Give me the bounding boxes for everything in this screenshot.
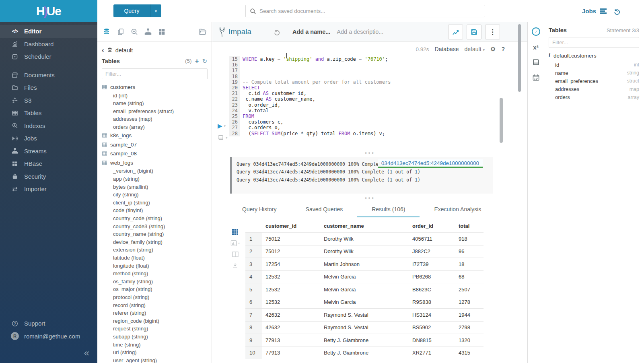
info-icon[interactable]: i [549,52,550,59]
code-line[interactable]: -- Compute total amount per order for al… [243,79,391,85]
column-list-item[interactable]: region_code (bigint) [102,317,212,325]
back-chevron-icon[interactable]: ‹ [102,47,104,54]
columns-view-icon[interactable] [232,252,239,257]
table-row[interactable]: 1077913Betty J. GiambroneXR27714315 [245,346,484,359]
tables-filter-input[interactable] [102,68,208,79]
right-column-item[interactable]: ordersarray [555,93,639,101]
sql-editor[interactable]: 1516171819202122232425262728 WHERE a.key… [229,56,391,136]
column-header[interactable]: customer_id [261,219,320,232]
tab-saved-queries[interactable]: Saved Queries [291,202,358,217]
tab-results-106-[interactable]: Results (106) [357,202,420,217]
code-line[interactable]: o.order_id, [243,102,391,108]
sidebar-collapse-icon[interactable]: « [84,348,89,358]
sidebar-item-security[interactable]: Security [0,170,97,183]
table-row[interactable]: 612532Melvin GarciaR9S8381278 [245,296,484,309]
assist-compass-icon[interactable] [531,27,541,36]
column-list-item[interactable]: os_major (string) [102,285,212,293]
column-list-item[interactable]: time (string) [102,341,212,349]
code-line[interactable]: c.orders o, [243,125,391,130]
sidebar-item-streams[interactable]: Streams [0,145,97,158]
column-list-item[interactable]: protocol (string) [102,293,212,301]
jobs-link[interactable]: Jobs [582,8,607,14]
sidebar-item-importer[interactable]: Importer [0,183,97,196]
code-line[interactable]: (SELECT SUM(price * qty) total FROM o.it… [243,131,391,136]
table-row[interactable]: 512532Melvin GarciaB8623C2507 [245,283,484,296]
chart-view-icon[interactable]: ▾ [230,240,240,246]
table-row[interactable]: 175012Dorothy Wilk4056711918 [245,232,484,245]
column-header[interactable]: total [455,219,484,232]
column-list-item[interactable]: bytes (smallint) [102,183,212,191]
snippet-history-icon[interactable] [274,29,280,35]
column-list-item[interactable]: request (string) [102,325,212,333]
tab-query-history[interactable]: Query History [228,202,291,217]
help-icon[interactable]: ? [501,46,505,52]
column-list-item[interactable]: name (string) [102,99,212,107]
sitemap-assist-icon[interactable] [144,28,152,36]
sidebar-item-user[interactable]: R romain@gethue.com [0,330,97,343]
code-line[interactable] [243,68,391,73]
grid-view-icon[interactable] [232,229,238,235]
code-line[interactable]: c.name AS customer_name, [243,96,391,102]
column-list-item[interactable]: longitude (float) [102,262,212,270]
table-row[interactable]: 412532Melvin GarciaPB626868 [245,270,484,283]
documents-assist-icon[interactable] [117,28,125,36]
editor-scrollbar[interactable] [500,98,503,143]
table-row[interactable]: 742632Raymond S. VestalHS31241944 [245,308,484,321]
column-list-item[interactable]: latitude (float) [102,254,212,262]
column-header[interactable]: customer_name [320,219,408,232]
right-column-item[interactable]: idint [555,61,639,69]
column-list-item[interactable]: _version_ (bigint) [102,167,212,175]
right-column-item[interactable]: addressesmap [555,85,639,93]
query-description-field[interactable]: Add a descriptio... [337,29,383,35]
table-list-item[interactable]: sample_07 [102,140,212,149]
sidebar-item-tables[interactable]: Tables [0,107,97,120]
refresh-icon[interactable]: ↻ [202,58,207,64]
execute-button[interactable]: ▶ ▾ [218,123,226,129]
more-actions-button[interactable]: ⋮ [485,25,500,39]
sidebar-item-support[interactable]: ? Support [0,317,97,330]
column-list-item[interactable]: os_family (string) [102,278,212,286]
query-history-icon[interactable] [613,8,621,15]
functions-icon[interactable]: x² [533,44,538,51]
code-line[interactable]: FROM [243,113,391,119]
code-line[interactable]: SELECT [243,85,391,91]
column-list-item[interactable]: code (tinyint) [102,206,212,214]
search-assist-icon[interactable] [130,28,138,36]
column-list-item[interactable]: addresses (map) [102,115,212,123]
column-list-item[interactable]: url (string) [102,349,212,357]
chart-button[interactable] [448,25,463,39]
query-button-label[interactable]: Query [113,4,150,17]
search-input[interactable] [259,8,469,14]
sidebar-item-jobs[interactable]: Jobs [0,132,97,145]
right-column-item[interactable]: namestring [555,69,639,77]
database-breadcrumb[interactable]: ‹ default [97,42,212,55]
right-filter-input[interactable] [549,37,639,48]
table-list-item[interactable]: web_logs [102,158,212,167]
tab-execution-analysis[interactable]: Execution Analysis [420,202,496,217]
column-list-item[interactable]: id (int) [102,92,212,100]
download-icon[interactable] [232,262,238,268]
database-assist-icon[interactable] [102,28,111,36]
column-list-item[interactable]: email_preferences (struct) [102,107,212,116]
resize-handle-top[interactable]: ●●● [212,151,527,155]
code-line[interactable] [243,74,391,79]
language-reference-button[interactable]: ▾ [218,134,228,140]
active-table-row[interactable]: i default.customers [549,52,639,59]
column-list-item[interactable]: subapp (string) [102,333,212,341]
book-options-caret[interactable]: ▾ [226,136,228,140]
sidebar-item-dashboard[interactable]: Dashboard [0,38,97,51]
right-column-item[interactable]: email_preferencesstruct [555,77,639,85]
table-list-item[interactable]: customers [102,82,212,92]
column-list-item[interactable]: referer (string) [102,309,212,317]
sidebar-item-documents[interactable]: Documents [0,69,97,82]
save-button[interactable] [467,25,481,39]
sidebar-item-files[interactable]: Files [0,81,97,94]
column-list-item[interactable]: city (string) [102,191,212,199]
hue-logo[interactable]: H)Ue [0,0,97,22]
apps-grid-icon[interactable] [158,28,166,36]
table-list-item[interactable]: sample_08 [102,149,212,158]
engine-selector[interactable]: Impala [219,27,251,37]
code-line[interactable]: v.total [243,108,391,113]
column-list-item[interactable]: country_code (string) [102,214,212,223]
add-table-icon[interactable]: + [195,58,199,64]
